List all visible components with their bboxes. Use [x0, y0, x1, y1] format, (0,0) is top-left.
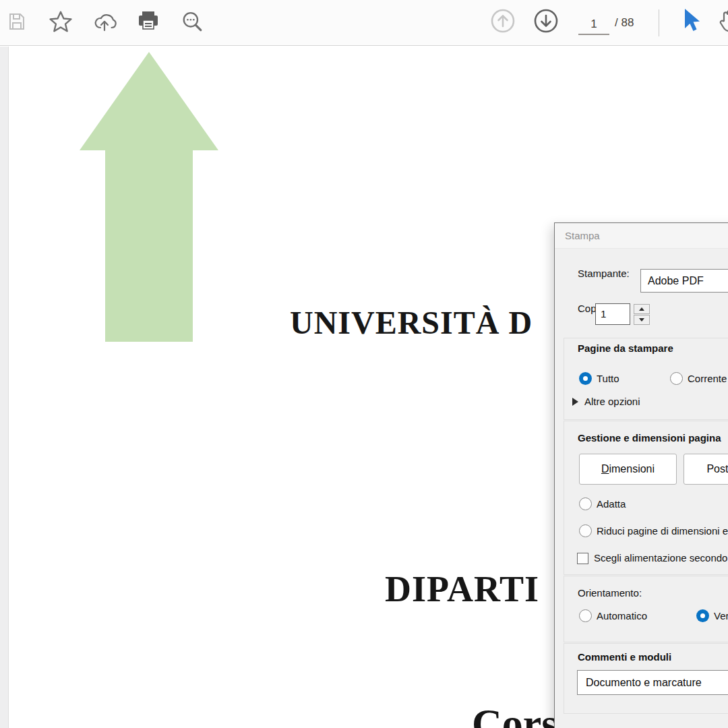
more-options-expander[interactable]: Altre opzioni — [572, 396, 640, 407]
favorite-button[interactable] — [47, 7, 74, 38]
select-tool-button[interactable] — [683, 8, 702, 38]
radio-portrait[interactable] — [696, 609, 709, 622]
save-button[interactable] — [3, 7, 30, 38]
radio-auto-label[interactable]: Automatico — [597, 610, 647, 621]
radio-fit[interactable] — [579, 497, 592, 510]
radio-shrink-label[interactable]: Riduci pagine di dimensioni eccessive — [597, 525, 728, 537]
cloud-upload-icon — [92, 11, 117, 35]
comments-group-title: Commenti e moduli — [578, 651, 671, 663]
stepper-down-button[interactable] — [634, 315, 650, 325]
expander-triangle-icon — [572, 398, 578, 406]
sizing-group-title: Gestione e dimensioni pagina — [578, 432, 721, 444]
side-panel-rail — [0, 47, 9, 728]
up-triangle-icon — [639, 307, 644, 311]
zoom-options-button[interactable] — [179, 7, 206, 38]
stepper-up-button[interactable] — [634, 304, 650, 314]
print-button[interactable] — [135, 7, 162, 38]
printer-icon — [137, 11, 160, 35]
radio-shrink-oversized[interactable] — [579, 524, 592, 537]
radio-all-pages-label[interactable]: Tutto — [597, 373, 619, 384]
printer-select[interactable]: Adobe PDF — [640, 269, 728, 293]
pages-group-title: Pagine da stampare — [578, 342, 673, 354]
printer-label: Stampante: — [578, 268, 630, 279]
size-button[interactable]: Dimensioni — [579, 454, 677, 485]
radio-current-page-label[interactable]: Corrente — [688, 373, 727, 384]
arrow-up-circle-icon — [489, 7, 516, 37]
radio-current-page[interactable] — [670, 372, 683, 385]
print-dialog: Stampa Stampante: Adobe PDF Copie: 1 Pag… — [554, 222, 728, 728]
next-page-button[interactable] — [533, 9, 559, 36]
page-count-label: / 88 — [615, 16, 634, 30]
toolbar-divider — [659, 9, 659, 36]
copies-stepper — [634, 304, 650, 325]
more-options-label: Altre opzioni — [584, 396, 640, 407]
radio-all-pages[interactable] — [579, 372, 592, 385]
pdf-toolbar: 1 / 88 — [0, 0, 728, 46]
share-button[interactable] — [91, 7, 118, 38]
radio-portrait-label[interactable]: Verticale — [714, 610, 728, 621]
previous-page-button[interactable] — [489, 9, 516, 36]
down-triangle-icon — [639, 318, 644, 322]
save-icon — [7, 12, 26, 34]
doc-title-text: UNIVERSITÀ D — [290, 307, 533, 339]
magnifier-options-icon — [181, 11, 203, 35]
hand-icon — [717, 25, 728, 36]
checkbox-paper-source[interactable] — [577, 553, 588, 564]
doc-course-text: Cors — [472, 702, 557, 728]
hand-tool-button[interactable] — [717, 9, 728, 37]
page-number-input[interactable]: 1 — [578, 15, 609, 35]
radio-auto-orientation[interactable] — [579, 609, 592, 622]
radio-fit-label[interactable]: Adatta — [597, 498, 626, 510]
copies-input[interactable]: 1 — [595, 303, 630, 325]
poster-button[interactable]: Poster — [684, 454, 728, 485]
dialog-title-bar[interactable]: Stampa — [555, 223, 728, 249]
green-arrow-annotation — [78, 51, 220, 342]
star-icon — [49, 10, 72, 36]
doc-department-text: DIPARTI — [385, 571, 539, 607]
comments-select[interactable]: Documento e marcature — [577, 670, 728, 695]
cursor-pointer-icon — [683, 26, 702, 37]
orientation-label: Orientamento: — [578, 587, 642, 599]
checkbox-paper-source-label[interactable]: Scegli alimentazione secondo dimensioni … — [594, 552, 728, 564]
arrow-down-circle-icon — [533, 7, 559, 37]
